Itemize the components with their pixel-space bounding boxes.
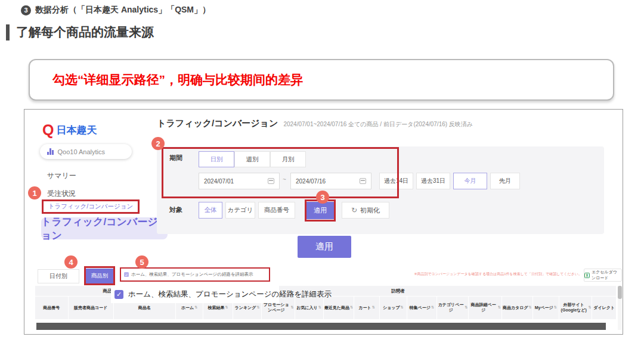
sort-icon[interactable]: ⇅: [401, 305, 404, 310]
tip-callout-text: 勾选“详细显示路径”，明确与比较期间的差异: [52, 71, 303, 88]
page-title: トラフィック/コンバージョン: [157, 118, 278, 129]
step-title: 数据分析（「日本趣天 Analytics」「QSM」）: [35, 5, 210, 15]
annotation-number-3: 3: [316, 191, 329, 204]
column-header-category-page[interactable]: カテゴリページ⇅: [436, 297, 469, 319]
target-label: 対象: [169, 205, 182, 214]
excel-icon: X: [584, 273, 590, 278]
column-label: ホーム: [181, 305, 194, 311]
section-title: 了解每个商品的流量来源: [16, 24, 154, 40]
sort-icon[interactable]: ⇅: [256, 305, 259, 310]
sort-icon[interactable]: ⇅: [465, 305, 467, 310]
excel-download-button[interactable]: X エクセルダウンロード: [584, 269, 622, 282]
sidebar-item-traffic-conversion[interactable]: トラフィック/コンバージョン: [48, 202, 133, 211]
page-title-row: トラフィック/コンバージョン 2024/07/01~2024/07/16 全ての…: [157, 118, 473, 129]
column-header-item-detail-page[interactable]: 商品詳細ページ⇅: [468, 297, 501, 319]
tab-by-date[interactable]: 日付別: [38, 269, 79, 283]
excel-download-label: エクセルダウンロード: [592, 269, 621, 281]
sidebar-item-summary[interactable]: サマリー: [47, 171, 76, 181]
column-header-external-site[interactable]: 外部サイト(Googleなど)⇅: [559, 297, 592, 319]
apply-button[interactable]: 適用: [306, 202, 334, 219]
sort-icon[interactable]: ⇅: [194, 305, 197, 310]
sort-icon[interactable]: ⇅: [554, 305, 557, 310]
target-all-button[interactable]: 全体: [199, 202, 222, 219]
column-label: 最近見た商品: [324, 305, 349, 311]
annotation-box-period: [162, 147, 399, 198]
group-visitors-label: 訪問者: [391, 288, 405, 294]
column-label: 商品カタログ: [503, 305, 528, 311]
sort-icon[interactable]: ⇅: [372, 305, 375, 310]
path-detail-checkbox-large-label: ホーム、検索結果、プロモーションページの経路を詳細表示: [128, 289, 332, 300]
sort-icon[interactable]: ⇅: [498, 305, 501, 310]
page-subtitle: 2024/07/01~2024/07/16 全ての商品 / 前日データ(2024…: [283, 120, 473, 129]
annotation-box-sidebar-traffic: トラフィック/コンバージョン: [42, 199, 140, 214]
column-header-shop[interactable]: ショップ⇅: [379, 297, 407, 319]
column-label: 商品名: [138, 305, 151, 311]
reset-label: 初期化: [360, 206, 380, 215]
app-screenshot-frame: Q 日本趣天 Qoo10 Analytics サマリー 受注状況 トラフィック/…: [24, 109, 623, 335]
redacted-data-row: [36, 323, 606, 330]
quick-last-month-button[interactable]: 先月: [490, 173, 520, 189]
annotation-number-2: 2: [151, 137, 165, 150]
column-label: 販売者商品コード: [74, 305, 107, 311]
column-header-feature-page[interactable]: 特集ページ⇅: [407, 297, 436, 319]
logo-q-mark-icon: Q: [42, 123, 54, 138]
column-header-favorites[interactable]: お気に入り⇅: [295, 297, 323, 319]
sort-icon[interactable]: ⇅: [431, 305, 434, 310]
column-label: 外部サイト(Googleなど): [560, 303, 587, 313]
target-item-number-button[interactable]: 商品番号: [258, 202, 295, 219]
column-label: ショップ: [383, 305, 400, 311]
path-detail-checkbox-large[interactable]: ✓: [114, 290, 123, 299]
tip-callout-box: 勾选“详细显示路径”，明确与比较期间的差异: [29, 59, 614, 101]
refresh-icon: ↻: [351, 207, 357, 214]
column-label: 商品詳細ページ: [469, 303, 497, 313]
step-header: 3 数据分析（「日本趣天 Analytics」「QSM」）: [21, 5, 210, 15]
column-label: 商品番号: [43, 305, 60, 311]
tab-by-product[interactable]: 商品別: [86, 269, 113, 283]
column-header-recently-viewed[interactable]: 最近見た商品⇅: [323, 297, 354, 319]
sort-icon[interactable]: ⇅: [318, 305, 321, 310]
logo-brand-name: 日本趣天: [56, 123, 97, 137]
conversion-note-text: ※商品別でコンバージョンデータを確認する場合は商品1件を検索して「日付別」で確認…: [414, 272, 582, 277]
quick-this-month-button[interactable]: 今月: [453, 173, 487, 189]
column-header-direct[interactable]: ダイレクト: [592, 297, 616, 319]
column-label: プロモーションページ: [262, 303, 290, 313]
table-scrollbar[interactable]: [618, 286, 622, 330]
scrollbar-thumb[interactable]: [618, 286, 622, 299]
column-label: カート: [358, 305, 371, 311]
column-label: ダイレクト: [593, 305, 615, 311]
target-category-button[interactable]: カテゴリ: [225, 202, 255, 219]
column-header-cart[interactable]: カート⇅: [354, 297, 379, 319]
sort-icon[interactable]: ⇅: [350, 305, 353, 310]
apply-button-zoom-callout[interactable]: 適用: [298, 236, 351, 258]
sort-icon[interactable]: ⇅: [291, 305, 294, 310]
quick-last31-button[interactable]: 過去31日: [416, 173, 450, 189]
column-header-item-catalog[interactable]: 商品カタログ⇅: [501, 297, 532, 319]
annotation-number-4: 4: [64, 255, 78, 269]
title-accent-bar: [6, 24, 10, 40]
section-title-row: 了解每个商品的流量来源: [6, 24, 154, 40]
analytics-bars-icon: [47, 148, 54, 155]
reset-button[interactable]: ↻ 初期化: [342, 202, 389, 219]
column-label: Myページ: [535, 305, 553, 311]
analytics-badge-label: Qoo10 Analytics: [58, 148, 106, 155]
column-label: ランキング: [235, 305, 256, 311]
path-checkbox-zoom-callout: ✓ ホーム、検索結果、プロモーションページの経路を詳細表示: [111, 285, 279, 303]
sort-icon[interactable]: ⇅: [529, 305, 532, 310]
page: 3 数据分析（「日本趣天 Analytics」「QSM」） 了解每个商品的流量来…: [0, 0, 644, 343]
path-detail-checkbox[interactable]: ✓: [124, 272, 129, 277]
annotation-box-path-checkbox: ✓ ホーム、検索結果、プロモーションページの経路を詳細表示: [120, 267, 270, 282]
annotation-number-1: 1: [28, 186, 41, 199]
traffic-conversion-zoom-callout: トラフィック/コンバージョン: [41, 217, 168, 239]
column-header-my-page[interactable]: Myページ⇅: [532, 297, 559, 319]
sort-icon[interactable]: ⇅: [225, 305, 228, 310]
step-number-badge: 3: [21, 5, 31, 15]
annotation-number-5: 5: [135, 255, 148, 269]
analytics-product-badge[interactable]: Qoo10 Analytics: [40, 144, 132, 159]
column-label: お気に入り: [296, 305, 318, 311]
column-header-item-number[interactable]: 商品番号: [35, 297, 68, 319]
sort-icon[interactable]: ⇅: [588, 305, 591, 310]
qoo10-logo[interactable]: Q 日本趣天: [42, 123, 97, 138]
column-header-seller-code[interactable]: 販売者商品コード: [68, 297, 113, 319]
sidebar-item-orders[interactable]: 受注状況: [47, 189, 76, 199]
column-label: 特集ページ: [410, 305, 431, 311]
